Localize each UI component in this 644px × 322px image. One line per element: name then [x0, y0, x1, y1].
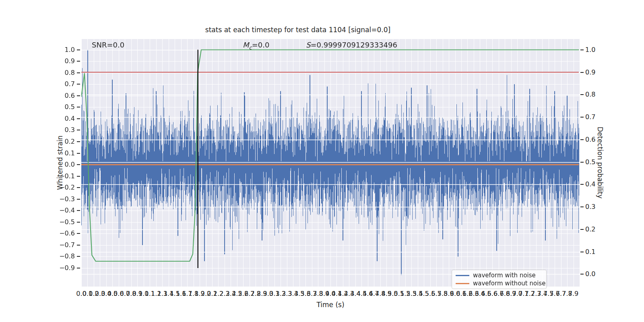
y-tick-label-left: −0.4: [39, 206, 75, 215]
y-tick-mark-left: [77, 61, 80, 62]
y-tick-mark-left: [77, 84, 80, 85]
y-tick-mark-left: [77, 256, 80, 257]
y-tick-mark-left: [77, 199, 80, 200]
y-tick-label-left: 0.9: [39, 57, 75, 65]
y-tick-mark-left: [77, 176, 80, 177]
annotation-score: S=0.9999709129333496: [306, 41, 397, 49]
y-tick-label-left: −0.8: [39, 252, 75, 260]
y-tick-label-right: 0.3: [585, 203, 595, 211]
chart-title: stats at each timestep for test data 110…: [205, 26, 390, 34]
y-tick-label-right: 0.6: [585, 136, 595, 144]
y-tick-mark-left: [77, 107, 80, 107]
y-tick-label-left: −0.9: [39, 264, 75, 272]
y-tick-mark-right: [580, 274, 584, 275]
y-tick-mark-left: [77, 153, 80, 154]
y-tick-label-left: 0.4: [39, 115, 75, 123]
y-tick-mark-right: [580, 252, 584, 252]
y-tick-mark-left: [77, 95, 80, 96]
y-tick-mark-left: [77, 141, 80, 142]
y-tick-mark-left: [77, 268, 80, 268]
legend: waveform with noisewaveform without nois…: [452, 270, 547, 289]
y-tick-mark-left: [77, 130, 80, 130]
x-tick-label: 7.9: [568, 290, 578, 298]
y-axis-right-label: Detection probability: [596, 127, 604, 199]
y-tick-mark-right: [580, 229, 584, 230]
y-tick-label-right: 0.2: [585, 225, 595, 233]
y-tick-mark-left: [77, 164, 80, 165]
y-tick-label-left: 0.3: [39, 126, 75, 134]
plot-area: [81, 39, 580, 287]
y-tick-label-right: 0.8: [585, 91, 595, 99]
y-tick-mark-left: [77, 187, 80, 188]
y-tick-label-left: 0.0: [39, 161, 75, 169]
y-tick-label-right: 0.5: [585, 158, 595, 166]
y-tick-label-left: 0.6: [39, 92, 75, 100]
y-tick-label-left: 0.2: [39, 138, 75, 146]
figure: stats at each timestep for test data 110…: [0, 0, 644, 322]
legend-label: waveform with noise: [473, 272, 536, 279]
y-tick-label-right: 0.7: [585, 113, 595, 121]
y-tick-mark-right: [580, 206, 584, 207]
y-tick-mark-right: [580, 94, 584, 95]
y-tick-label-left: 0.5: [39, 103, 75, 111]
y-tick-label-left: −0.1: [39, 172, 75, 180]
y-tick-label-left: 1.0: [39, 46, 75, 54]
y-tick-label-right: 0.9: [585, 68, 595, 76]
y-tick-mark-left: [77, 50, 80, 50]
y-tick-label-left: 0.1: [39, 149, 75, 157]
y-tick-mark-left: [77, 210, 80, 211]
y-tick-mark-left: [77, 245, 80, 246]
y-tick-mark-left: [77, 118, 80, 119]
legend-label: waveform without noise: [473, 280, 545, 287]
y-tick-label-right: 1.0: [585, 46, 595, 54]
x-axis-label: Time (s): [316, 301, 344, 309]
y-tick-mark-left: [77, 233, 80, 234]
legend-item: waveform with noise: [456, 272, 543, 279]
annotation-chirp-mass: Mc=0.0: [243, 41, 269, 51]
y-tick-label-left: −0.2: [39, 184, 75, 192]
y-tick-label-right: 0.0: [585, 270, 595, 278]
y-tick-label-left: −0.5: [39, 218, 75, 226]
y-tick-mark-left: [77, 72, 80, 73]
y-tick-label-right: 0.1: [585, 248, 595, 256]
y-tick-mark-right: [580, 117, 584, 118]
y-tick-mark-right: [580, 50, 584, 50]
y-tick-label-left: 0.8: [39, 69, 75, 77]
y-tick-mark-right: [580, 72, 584, 73]
legend-swatch-0: [456, 275, 469, 276]
y-tick-label-right: 0.4: [585, 180, 595, 188]
y-tick-mark-right: [580, 184, 584, 185]
y-tick-mark-right: [580, 162, 584, 163]
y-tick-label-left: 0.7: [39, 80, 75, 88]
legend-swatch-1: [456, 283, 469, 284]
y-tick-label-left: −0.7: [39, 241, 75, 249]
y-tick-label-left: −0.3: [39, 195, 75, 203]
legend-item: waveform without noise: [456, 280, 543, 287]
y-tick-mark-right: [580, 139, 584, 140]
y-tick-label-left: −0.6: [39, 229, 75, 237]
annotation-snr: SNR=0.0: [92, 41, 124, 49]
y-tick-mark-left: [77, 222, 80, 223]
